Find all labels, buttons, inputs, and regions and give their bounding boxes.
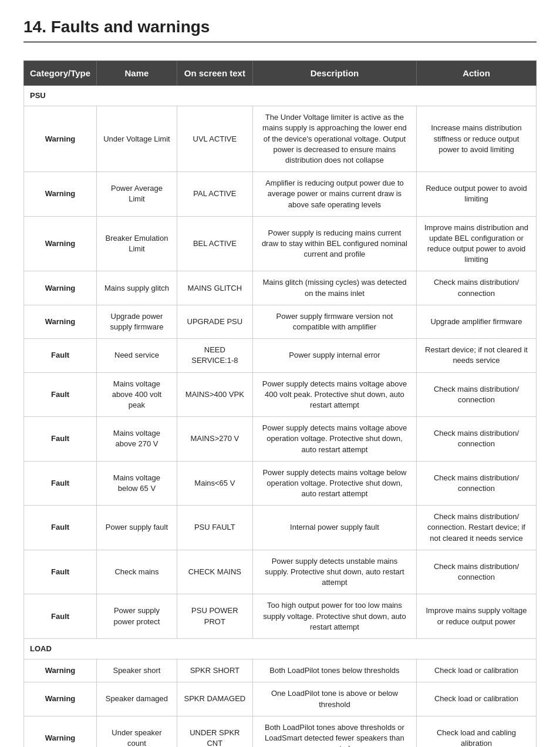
description-cell: Power supply detects mains voltage below… — [252, 461, 416, 506]
name-cell: Speaker short — [97, 659, 177, 682]
page: 14. Faults and warnings Category/Type Na… — [0, 0, 560, 747]
table-row: FaultPower supply faultPSU FAULTInternal… — [24, 506, 537, 550]
faults-warnings-table: Category/Type Name On screen text Descri… — [23, 60, 537, 747]
table-row: WarningUnder Voltage LimitUVL ACTIVEThe … — [24, 106, 537, 172]
action-cell: Upgrade amplifier firmware — [417, 305, 537, 338]
action-cell: Improve mains supply voltage or reduce o… — [417, 594, 537, 639]
name-cell: Breaker Emulation Limit — [97, 216, 177, 271]
action-cell: Check load or calibration — [417, 659, 537, 682]
category-cell: Fault — [24, 372, 97, 417]
category-cell: Warning — [24, 716, 97, 747]
col-header-name: Name — [97, 61, 177, 86]
name-cell: Speaker damaged — [97, 682, 177, 716]
table-row: FaultMains voltage below 65 VMains<65 VP… — [24, 461, 537, 506]
category-cell: Fault — [24, 550, 97, 594]
onscreen-cell: SPKR DAMAGED — [177, 682, 252, 716]
description-cell: Power supply detects mains voltage above… — [252, 417, 416, 462]
name-cell: Check mains — [97, 550, 177, 594]
table-row: WarningUpgrade power supply firmwareUPGR… — [24, 305, 537, 338]
onscreen-cell: Mains<65 V — [177, 461, 252, 506]
action-cell: Reduce output power to avoid limiting — [417, 172, 537, 217]
name-cell: Mains voltage above 270 V — [97, 417, 177, 462]
action-cell: Check mains distribution/ connection — [417, 271, 537, 305]
description-cell: One LoadPilot tone is above or below thr… — [252, 682, 416, 716]
category-cell: Fault — [24, 339, 97, 372]
description-cell: Power supply firmware version not compat… — [252, 305, 416, 338]
name-cell: Mains voltage above 400 volt peak — [97, 372, 177, 417]
onscreen-cell: MAINS>400 VPK — [177, 372, 252, 417]
name-cell: Power supply fault — [97, 506, 177, 550]
onscreen-cell: CHECK MAINS — [177, 550, 252, 594]
table-row: FaultCheck mainsCHECK MAINSPower supply … — [24, 550, 537, 594]
onscreen-cell: PSU FAULT — [177, 506, 252, 550]
table-row: WarningSpeaker shortSPKR SHORTBoth LoadP… — [24, 659, 537, 682]
category-cell: Warning — [24, 682, 97, 716]
description-cell: Power supply internal error — [252, 339, 416, 372]
action-cell: Restart device; if not cleared it needs … — [417, 339, 537, 372]
section-row-psu: PSU — [24, 86, 537, 106]
category-cell: Warning — [24, 216, 97, 271]
onscreen-cell: PSU POWER PROT — [177, 594, 252, 639]
page-title: 14. Faults and warnings — [23, 18, 537, 43]
description-cell: Power supply detects mains voltage above… — [252, 372, 416, 417]
table-row: WarningMains supply glitchMAINS GLITCHMa… — [24, 271, 537, 305]
name-cell: Under Voltage Limit — [97, 106, 177, 172]
table-row: FaultPower supply power protectPSU POWER… — [24, 594, 537, 639]
table-row: FaultNeed serviceNEED SERVICE:1-8Power s… — [24, 339, 537, 372]
description-cell: Power supply detects unstable mains supp… — [252, 550, 416, 594]
description-cell: Both LoadPilot tones below thresholds — [252, 659, 416, 682]
onscreen-cell: SPKR SHORT — [177, 659, 252, 682]
onscreen-cell: PAL ACTIVE — [177, 172, 252, 217]
action-cell: Increase mains distribution stiffness or… — [417, 106, 537, 172]
onscreen-cell: UPGRADE PSU — [177, 305, 252, 338]
category-cell: Warning — [24, 659, 97, 682]
action-cell: Check load and cabling alibration — [417, 716, 537, 747]
action-cell: Check mains distribution/ connection — [417, 550, 537, 594]
col-header-category: Category/Type — [24, 61, 97, 86]
category-cell: Fault — [24, 461, 97, 506]
action-cell: Check load or calibration — [417, 682, 537, 716]
col-header-onscreen: On screen text — [177, 61, 252, 86]
table-row: WarningSpeaker damagedSPKR DAMAGEDOne Lo… — [24, 682, 537, 716]
category-cell: Fault — [24, 594, 97, 639]
description-cell: Mains glitch (missing cycles) was detect… — [252, 271, 416, 305]
onscreen-cell: UVL ACTIVE — [177, 106, 252, 172]
name-cell: Power supply power protect — [97, 594, 177, 639]
category-cell: Fault — [24, 417, 97, 462]
action-cell: Improve mains distribution and update BE… — [417, 216, 537, 271]
name-cell: Power Average Limit — [97, 172, 177, 217]
category-cell: Warning — [24, 172, 97, 217]
action-cell: Check mains distribution/ connection — [417, 417, 537, 462]
onscreen-cell: BEL ACTIVE — [177, 216, 252, 271]
onscreen-cell: MAINS GLITCH — [177, 271, 252, 305]
col-header-action: Action — [417, 61, 537, 86]
name-cell: Mains voltage below 65 V — [97, 461, 177, 506]
category-cell: Warning — [24, 271, 97, 305]
description-cell: Power supply is reducing mains current d… — [252, 216, 416, 271]
table-row: WarningUnder speaker countUNDER SPKR CNT… — [24, 716, 537, 747]
name-cell: Under speaker count — [97, 716, 177, 747]
description-cell: Too high output power for too low mains … — [252, 594, 416, 639]
category-cell: Warning — [24, 305, 97, 338]
name-cell: Need service — [97, 339, 177, 372]
category-cell: Warning — [24, 106, 97, 172]
table-row: FaultMains voltage above 400 volt peakMA… — [24, 372, 537, 417]
description-cell: Amplifier is reducing output power due t… — [252, 172, 416, 217]
description-cell: Internal power supply fault — [252, 506, 416, 550]
onscreen-cell: NEED SERVICE:1-8 — [177, 339, 252, 372]
table-row: FaultMains voltage above 270 VMAINS>270 … — [24, 417, 537, 462]
name-cell: Upgrade power supply firmware — [97, 305, 177, 338]
col-header-description: Description — [252, 61, 416, 86]
description-cell: The Under Voltage limiter is active as t… — [252, 106, 416, 172]
action-cell: Check mains distribution/ connection — [417, 372, 537, 417]
description-cell: Both LoadPilot tones above thresholds or… — [252, 716, 416, 747]
section-row-load: LOAD — [24, 638, 537, 659]
onscreen-cell: MAINS>270 V — [177, 417, 252, 462]
onscreen-cell: UNDER SPKR CNT — [177, 716, 252, 747]
category-cell: Fault — [24, 506, 97, 550]
name-cell: Mains supply glitch — [97, 271, 177, 305]
table-row: WarningBreaker Emulation LimitBEL ACTIVE… — [24, 216, 537, 271]
action-cell: Check mains distribution/ connection — [417, 461, 537, 506]
action-cell: Check mains distribution/ connection. Re… — [417, 506, 537, 550]
table-row: WarningPower Average LimitPAL ACTIVEAmpl… — [24, 172, 537, 217]
